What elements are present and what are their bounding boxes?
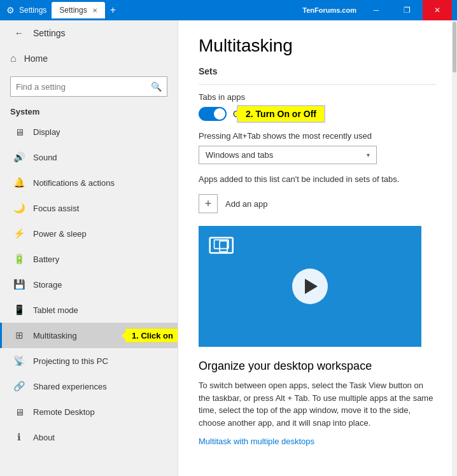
sidebar-nav-row: ← Settings — [0, 20, 178, 46]
sound-icon: 🔊 — [13, 151, 25, 163]
svg-rect-2 — [220, 241, 227, 252]
search-box[interactable]: 🔍 — [10, 76, 167, 97]
close-button[interactable]: ✕ — [423, 0, 452, 20]
close-tab-icon[interactable]: ✕ — [92, 7, 97, 14]
sidebar-item-label: Shared experiences — [33, 382, 107, 391]
video-thumbnail[interactable] — [199, 226, 421, 347]
sidebar-item-label: Notifications & actions — [33, 178, 115, 188]
play-button[interactable] — [292, 269, 328, 304]
sidebar-item-label: Display — [33, 127, 60, 137]
sidebar-item-projecting[interactable]: 📡 Projecting to this PC — [0, 348, 178, 374]
multitasking-icon: ⊞ — [13, 330, 25, 341]
dropdown-value: Windows and tabs — [206, 150, 273, 160]
sidebar-item-label: Battery — [33, 255, 59, 264]
sidebar-item-multitasking[interactable]: ⊞ Multitasking 1. Click on — [0, 323, 178, 348]
sidebar-item-notifications[interactable]: 🔔 Notifications & actions — [0, 170, 178, 195]
search-icon: 🔍 — [151, 81, 162, 92]
sets-section-title: Sets — [199, 66, 437, 76]
minimize-button[interactable]: ─ — [362, 0, 391, 20]
display-icon: 🖥 — [13, 127, 25, 137]
play-icon — [305, 279, 318, 294]
active-tab[interactable]: Settings ✕ — [52, 2, 104, 18]
sidebar: ← Settings ⌂ Home 🔍 System 🖥 Display 🔊 S… — [0, 20, 178, 476]
page-title: Multitasking — [199, 36, 437, 56]
notifications-icon: 🔔 — [13, 177, 25, 188]
sidebar-item-label: Projecting to this PC — [33, 356, 108, 366]
sidebar-item-battery[interactable]: 🔋 Battery — [0, 246, 178, 272]
sidebar-item-label: Multitasking — [33, 331, 77, 340]
system-label: System — [0, 102, 178, 119]
section-divider — [199, 84, 437, 85]
power-icon: ⚡ — [13, 228, 25, 239]
toggle-row: On 2. Turn On or Off — [199, 107, 437, 121]
alt-tab-dropdown-row: Pressing Alt+Tab shows the most recently… — [199, 131, 437, 164]
sidebar-item-label: About — [33, 433, 55, 442]
app-container: ← Settings ⌂ Home 🔍 System 🖥 Display 🔊 S… — [0, 20, 457, 476]
apps-info-text: Apps added to this list can't be include… — [199, 174, 437, 184]
remote-icon: 🖥 — [13, 407, 25, 417]
sidebar-item-about[interactable]: ℹ About — [0, 424, 178, 450]
sidebar-item-storage[interactable]: 💾 Storage — [0, 272, 178, 297]
add-app-label: Add an app — [225, 199, 268, 209]
home-row[interactable]: ⌂ Home — [0, 46, 178, 71]
add-app-row: + Add an app — [199, 194, 437, 213]
projecting-icon: 📡 — [13, 355, 25, 367]
scrollbar-thumb[interactable] — [453, 22, 456, 73]
titlebar: ⚙ Settings Settings ✕ + TenForums.com ─ … — [0, 0, 457, 20]
new-tab-button[interactable]: + — [106, 4, 120, 16]
sidebar-item-remote[interactable]: 🖥 Remote Desktop — [0, 399, 178, 424]
organize-text: To switch between open apps, select the … — [199, 379, 437, 429]
titlebar-tabs: Settings ✕ + — [52, 2, 302, 18]
tabs-toggle[interactable] — [199, 107, 227, 121]
home-label: Home — [24, 53, 48, 64]
sidebar-item-label: Focus assist — [33, 204, 79, 213]
video-thumbnail-icon — [209, 236, 247, 264]
content-area: Multitasking Sets Tabs in apps On 2. Tur… — [178, 20, 457, 476]
battery-icon: 🔋 — [13, 253, 25, 265]
sidebar-item-label: Remote Desktop — [33, 407, 95, 417]
window-controls: ─ ❐ ✕ — [362, 0, 452, 20]
sidebar-item-focus[interactable]: 🌙 Focus assist — [0, 195, 178, 221]
turn-on-badge: 2. Turn On or Off — [237, 105, 325, 123]
sidebar-item-tablet[interactable]: 📱 Tablet mode — [0, 297, 178, 323]
shared-icon: 🔗 — [13, 381, 25, 392]
sidebar-item-label: Storage — [33, 280, 62, 290]
click-on-badge: 1. Click on — [124, 328, 178, 344]
storage-icon: 💾 — [13, 279, 25, 290]
restore-button[interactable]: ❐ — [392, 0, 421, 20]
search-input[interactable] — [16, 82, 151, 92]
tab-label: Settings — [59, 6, 87, 15]
app-icon: ⚙ — [5, 5, 15, 15]
back-button[interactable]: ← — [10, 24, 28, 42]
sidebar-item-label: Sound — [33, 153, 57, 162]
watermark: TenForums.com — [302, 6, 362, 14]
about-icon: ℹ — [13, 431, 25, 443]
titlebar-title: Settings — [19, 6, 46, 15]
sidebar-item-sound[interactable]: 🔊 Sound — [0, 144, 178, 170]
alt-tab-dropdown[interactable]: Windows and tabs ▾ — [199, 146, 377, 164]
sidebar-back-label: Settings — [33, 28, 66, 38]
home-icon: ⌂ — [10, 53, 17, 64]
focus-icon: 🌙 — [13, 202, 25, 214]
add-app-button[interactable]: + — [199, 194, 218, 213]
sidebar-item-label: Tablet mode — [33, 305, 78, 315]
sidebar-item-label: Power & sleep — [33, 229, 87, 239]
tablet-icon: 📱 — [13, 304, 25, 316]
multitask-link[interactable]: Multitask with multiple desktops — [199, 437, 314, 446]
scrollbar[interactable] — [452, 20, 457, 476]
sidebar-item-shared[interactable]: 🔗 Shared experiences — [0, 374, 178, 399]
chevron-down-icon: ▾ — [367, 151, 370, 158]
sidebar-item-power[interactable]: ⚡ Power & sleep — [0, 221, 178, 246]
tabs-in-apps-label: Tabs in apps — [199, 92, 437, 102]
sidebar-item-display[interactable]: 🖥 Display — [0, 119, 178, 144]
organize-title: Organize your desktop workspace — [199, 360, 437, 373]
alt-tab-label: Pressing Alt+Tab shows the most recently… — [199, 131, 437, 141]
